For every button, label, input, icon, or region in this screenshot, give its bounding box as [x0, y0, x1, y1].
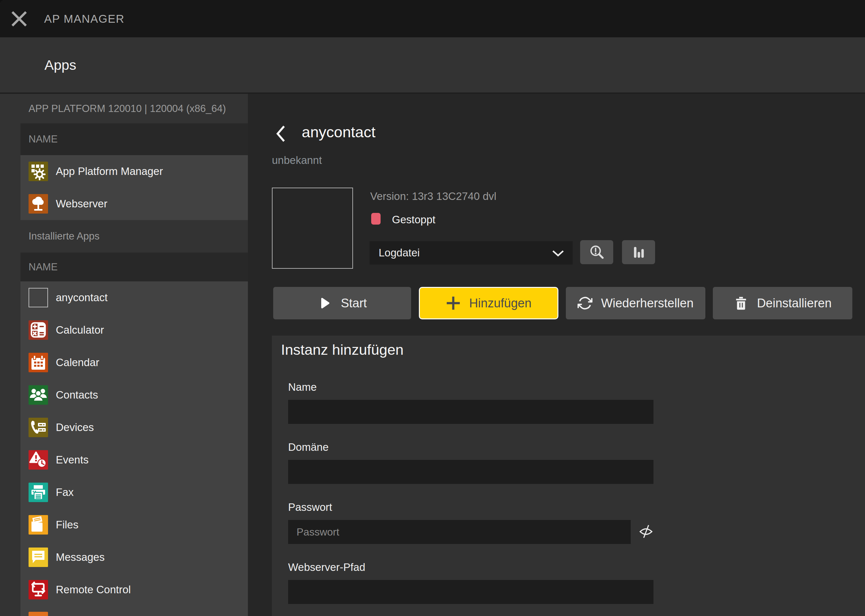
- restore-label: Wiederherstellen: [601, 296, 693, 310]
- app-label: App Platform Manager: [56, 165, 163, 178]
- partial-app-icon: [28, 612, 48, 616]
- plus-icon: [446, 295, 461, 311]
- form-title: Instanz hinzufügen: [281, 341, 403, 358]
- app-list-item[interactable]: Remote Control: [20, 574, 248, 606]
- play-icon: [317, 295, 332, 311]
- fax-icon: [28, 482, 48, 502]
- sync-icon: [578, 295, 592, 311]
- app-list-item[interactable]: Fax: [20, 476, 248, 509]
- log-select[interactable]: Logdatei: [370, 241, 573, 264]
- empty-square-icon: [28, 288, 48, 307]
- app-label: Calculator: [56, 324, 104, 336]
- log-select-value: Logdatei: [378, 247, 420, 259]
- start-label: Start: [341, 296, 367, 310]
- app-title: AP MANAGER: [44, 0, 125, 37]
- sidebar: APP PLATFORM 120010 | 120004 (x86_64) NA…: [0, 94, 248, 616]
- trash-icon: [733, 295, 749, 311]
- app-label: Calendar: [56, 356, 99, 369]
- app-list-item[interactable]: Contacts: [20, 379, 248, 411]
- dom-ne-input[interactable]: [288, 460, 653, 484]
- installed-app-list: anycontactCalculatorCalendarContactsDevi…: [20, 281, 248, 616]
- contacts-icon: [28, 385, 48, 405]
- app-label: Devices: [56, 421, 94, 434]
- passwort-input[interactable]: [288, 520, 631, 544]
- app-list-item[interactable]: Files: [20, 509, 248, 541]
- name-column-header: NAME: [20, 123, 248, 155]
- uninstall-button[interactable]: Deinstallieren: [713, 287, 852, 319]
- calendar-icon: [28, 353, 48, 372]
- app-list-item[interactable]: Messages: [20, 541, 248, 574]
- version-text: Version: 13r3 13C2740 dvl: [370, 190, 496, 203]
- app-label: Contacts: [56, 389, 98, 401]
- field-label: Webserver-Pfad: [288, 561, 365, 574]
- webserver-icon: [28, 194, 48, 214]
- field-label: Name: [288, 381, 317, 393]
- page-header: Apps: [0, 37, 865, 93]
- add-label: Hinzufügen: [469, 296, 531, 310]
- column-header-label: NAME: [28, 261, 58, 273]
- app-label: anycontact: [56, 291, 108, 304]
- app-list-item[interactable]: Devices: [20, 411, 248, 444]
- add-instance-form: Instanz hinzufügen NameDomänePasswortWeb…: [272, 336, 865, 616]
- app-image-placeholder: [272, 188, 353, 269]
- back-button[interactable]: [275, 125, 286, 143]
- app-label: Fax: [56, 486, 74, 498]
- app-label: Remote Control: [56, 583, 131, 596]
- app-list-item[interactable]: Calculator: [20, 314, 248, 346]
- status-label: Gestoppt: [392, 214, 435, 226]
- restore-button[interactable]: Wiederherstellen: [566, 287, 705, 319]
- field-label: Passwort: [288, 501, 332, 514]
- events-icon: [28, 450, 48, 470]
- title-bar: AP MANAGER: [0, 0, 865, 37]
- app-label: Messages: [56, 551, 104, 563]
- platform-header: APP PLATFORM 120010 | 120004 (x86_64): [0, 94, 248, 123]
- close-icon[interactable]: [10, 10, 28, 28]
- app-list-item[interactable]: anycontact: [20, 281, 248, 314]
- log-search-button[interactable]: [580, 240, 613, 264]
- name-column-header-2: NAME: [20, 253, 248, 281]
- status-indicator: [371, 213, 381, 225]
- detail-panel: anycontact unbekannt Version: 13r3 13C27…: [248, 94, 865, 616]
- detail-subtitle: unbekannt: [272, 154, 322, 167]
- app-list-item[interactable]: Webserver: [20, 188, 248, 220]
- app-list-item[interactable]: App Platform Manager: [20, 155, 248, 188]
- app-label: Files: [56, 519, 78, 531]
- start-button[interactable]: Start: [273, 287, 411, 319]
- calculator-icon: [28, 321, 48, 340]
- installed-apps-header: Installierte Apps: [0, 220, 248, 253]
- name-input[interactable]: [288, 400, 653, 424]
- app-list-item[interactable]: Calendar: [20, 346, 248, 379]
- field-label: Domäne: [288, 441, 329, 453]
- remote-control-icon: [28, 580, 48, 599]
- add-button[interactable]: Hinzufügen: [419, 287, 558, 319]
- app-label: Webserver: [56, 198, 107, 210]
- page-title: Apps: [44, 57, 76, 73]
- uninstall-label: Deinstallieren: [757, 296, 832, 310]
- chevron-down-icon: [552, 250, 564, 257]
- webserver-pfad-input[interactable]: [288, 580, 653, 604]
- app-label: Events: [56, 454, 89, 466]
- column-header-label: NAME: [28, 134, 58, 145]
- ap-manager-window: AP MANAGER Apps APP PLATFORM 120010 | 12…: [0, 0, 865, 616]
- detail-title: anycontact: [302, 123, 375, 141]
- statistics-button[interactable]: [622, 240, 655, 264]
- app-list-item[interactable]: Events: [20, 444, 248, 476]
- devices-icon: [28, 418, 48, 437]
- files-icon: [28, 515, 48, 534]
- messages-icon: [28, 547, 48, 567]
- platform-app-list: App Platform ManagerWebserver: [20, 155, 248, 220]
- app-platform-manager-icon: [28, 162, 48, 181]
- eye-off-icon[interactable]: [638, 523, 654, 539]
